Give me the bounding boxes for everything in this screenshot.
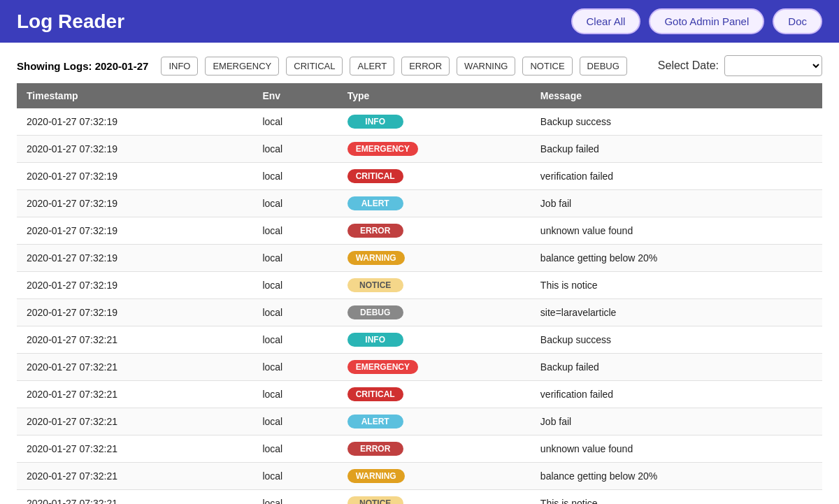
table-row: 2020-01-27 07:32:19localWARNINGbalance g…: [17, 245, 822, 272]
cell-type: ALERT: [338, 408, 531, 435]
cell-message: This is notice: [531, 490, 822, 505]
cell-env: local: [252, 490, 337, 505]
cell-type: ERROR: [338, 435, 531, 463]
log-table: Timestamp Env Type Message 2020-01-27 07…: [17, 83, 822, 504]
cell-message: Job fail: [531, 408, 822, 435]
cell-timestamp: 2020-01-27 07:32:19: [17, 272, 252, 299]
filter-info-button[interactable]: INFO: [161, 57, 198, 75]
type-badge: EMERGENCY: [347, 360, 418, 374]
table-row: 2020-01-27 07:32:19localEMERGENCYBackup …: [17, 136, 822, 163]
type-badge: ALERT: [347, 196, 403, 210]
cell-timestamp: 2020-01-27 07:32:19: [17, 108, 252, 136]
table-row: 2020-01-27 07:32:21localEMERGENCYBackup …: [17, 354, 822, 381]
cell-message: balance getting below 20%: [531, 245, 822, 272]
cell-type: ALERT: [338, 190, 531, 217]
cell-type: ERROR: [338, 217, 531, 245]
cell-timestamp: 2020-01-27 07:32:19: [17, 163, 252, 190]
cell-timestamp: 2020-01-27 07:32:19: [17, 217, 252, 245]
cell-type: WARNING: [338, 245, 531, 272]
app-title: Log Reader: [17, 10, 124, 33]
col-timestamp: Timestamp: [17, 83, 252, 108]
cell-message: balance getting below 20%: [531, 463, 822, 490]
type-badge: CRITICAL: [347, 387, 403, 401]
header-buttons: Clear All Goto Admin Panel Doc: [571, 8, 822, 34]
cell-env: local: [252, 108, 337, 136]
cell-timestamp: 2020-01-27 07:32:21: [17, 408, 252, 435]
cell-env: local: [252, 190, 337, 217]
cell-env: local: [252, 354, 337, 381]
cell-timestamp: 2020-01-27 07:32:19: [17, 190, 252, 217]
table-row: 2020-01-27 07:32:21localINFOBackup succe…: [17, 326, 822, 354]
table-row: 2020-01-27 07:32:19localDEBUGsite=larave…: [17, 299, 822, 326]
table-row: 2020-01-27 07:32:21localALERTJob fail: [17, 408, 822, 435]
cell-type: NOTICE: [338, 272, 531, 299]
type-badge: WARNING: [347, 469, 405, 483]
table-row: 2020-01-27 07:32:21localWARNINGbalance g…: [17, 463, 822, 490]
type-badge: NOTICE: [347, 278, 403, 292]
cell-timestamp: 2020-01-27 07:32:19: [17, 245, 252, 272]
select-date-dropdown[interactable]: 2020-01-27: [724, 55, 822, 76]
type-badge: INFO: [347, 115, 403, 129]
cell-type: INFO: [338, 108, 531, 136]
toolbar: Showing Logs: 2020-01-27 INFO EMERGENCY …: [0, 43, 839, 83]
cell-message: Backup failed: [531, 354, 822, 381]
filter-debug-button[interactable]: DEBUG: [580, 57, 627, 75]
cell-env: local: [252, 463, 337, 490]
table-row: 2020-01-27 07:32:21localCRITICALverifica…: [17, 381, 822, 408]
cell-type: WARNING: [338, 463, 531, 490]
cell-env: local: [252, 435, 337, 463]
col-message: Message: [531, 83, 822, 108]
type-badge: ALERT: [347, 415, 403, 429]
type-badge: DEBUG: [347, 305, 403, 319]
cell-message: Backup success: [531, 326, 822, 354]
goto-admin-panel-button[interactable]: Goto Admin Panel: [649, 8, 764, 34]
cell-env: local: [252, 245, 337, 272]
cell-env: local: [252, 272, 337, 299]
cell-timestamp: 2020-01-27 07:32:21: [17, 463, 252, 490]
cell-env: local: [252, 326, 337, 354]
cell-timestamp: 2020-01-27 07:32:21: [17, 381, 252, 408]
type-badge: EMERGENCY: [347, 142, 418, 156]
cell-timestamp: 2020-01-27 07:32:19: [17, 299, 252, 326]
filter-critical-button[interactable]: CRITICAL: [286, 57, 343, 75]
cell-env: local: [252, 136, 337, 163]
cell-env: local: [252, 299, 337, 326]
table-row: 2020-01-27 07:32:19localNOTICEThis is no…: [17, 272, 822, 299]
select-date-label: Select Date:: [658, 59, 719, 72]
cell-env: local: [252, 217, 337, 245]
filter-warning-button[interactable]: WARNING: [457, 57, 515, 75]
col-type: Type: [338, 83, 531, 108]
filter-notice-button[interactable]: NOTICE: [522, 57, 572, 75]
col-env: Env: [252, 83, 337, 108]
cell-message: site=laravelarticle: [531, 299, 822, 326]
cell-type: CRITICAL: [338, 163, 531, 190]
table-header-row: Timestamp Env Type Message: [17, 83, 822, 108]
doc-button[interactable]: Doc: [773, 8, 822, 34]
app-header: Log Reader Clear All Goto Admin Panel Do…: [0, 0, 839, 43]
table-row: 2020-01-27 07:32:21localERRORunknown val…: [17, 435, 822, 463]
filter-error-button[interactable]: ERROR: [401, 57, 450, 75]
cell-timestamp: 2020-01-27 07:32:21: [17, 354, 252, 381]
cell-message: unknown value found: [531, 435, 822, 463]
cell-type: EMERGENCY: [338, 354, 531, 381]
cell-type: INFO: [338, 326, 531, 354]
table-row: 2020-01-27 07:32:19localERRORunknown val…: [17, 217, 822, 245]
table-row: 2020-01-27 07:32:19localALERTJob fail: [17, 190, 822, 217]
type-badge: ERROR: [347, 442, 403, 456]
clear-all-button[interactable]: Clear All: [571, 8, 641, 34]
cell-env: local: [252, 381, 337, 408]
type-badge: CRITICAL: [347, 169, 403, 183]
cell-type: DEBUG: [338, 299, 531, 326]
cell-message: Job fail: [531, 190, 822, 217]
filter-alert-button[interactable]: ALERT: [350, 57, 394, 75]
cell-env: local: [252, 163, 337, 190]
cell-timestamp: 2020-01-27 07:32:21: [17, 326, 252, 354]
cell-message: unknown value found: [531, 217, 822, 245]
cell-type: CRITICAL: [338, 381, 531, 408]
table-row: 2020-01-27 07:32:19localCRITICALverifica…: [17, 163, 822, 190]
filter-emergency-button[interactable]: EMERGENCY: [205, 57, 279, 75]
log-table-container: Timestamp Env Type Message 2020-01-27 07…: [0, 83, 839, 504]
type-badge: NOTICE: [347, 496, 403, 504]
table-row: 2020-01-27 07:32:19localINFOBackup succe…: [17, 108, 822, 136]
cell-message: This is notice: [531, 272, 822, 299]
